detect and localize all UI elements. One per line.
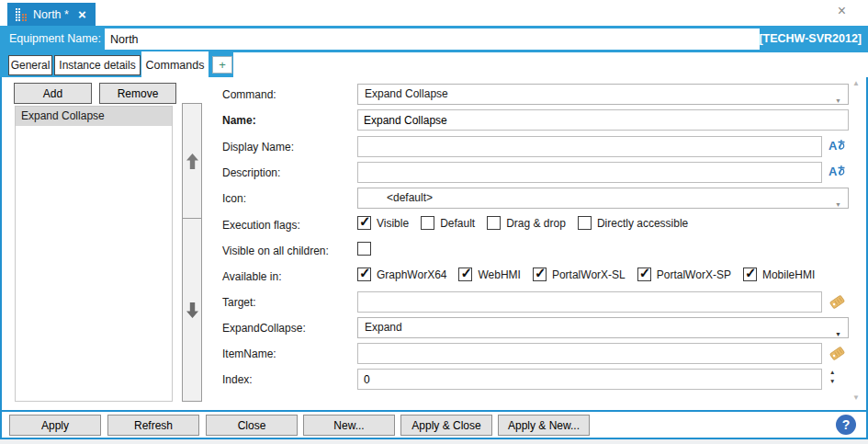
- chevron-down-icon: ▼: [835, 91, 841, 110]
- icon-label: Icon:: [222, 192, 246, 205]
- new-button[interactable]: New...: [303, 415, 395, 436]
- row-icon: Icon: <default> ▼: [222, 188, 849, 209]
- command-dropdown[interactable]: Expand Collapse ▼: [357, 84, 849, 105]
- expand-collapse-dropdown[interactable]: Expand ▼: [357, 317, 849, 338]
- remove-button[interactable]: Remove: [99, 83, 176, 104]
- tag-picker-icon[interactable]: [829, 346, 846, 364]
- checkbox-label: WebHMI: [478, 268, 520, 281]
- webhmi-checkbox[interactable]: [458, 268, 472, 281]
- execution-flags-label: Execution flags:: [222, 219, 300, 232]
- command-dropdown-value: Expand Collapse: [365, 87, 448, 100]
- document-tab-close-icon[interactable]: ×: [78, 8, 86, 21]
- icon-dropdown[interactable]: <default> ▼: [357, 188, 849, 209]
- checkbox-visible[interactable]: Visible: [357, 216, 409, 230]
- row-visible-on-all-children: Visible on all children:: [222, 240, 849, 261]
- portalworx-sl-checkbox[interactable]: [533, 268, 547, 281]
- commands-list[interactable]: Expand Collapse: [15, 106, 173, 402]
- checkbox-label: Default: [440, 217, 475, 230]
- item-name-input[interactable]: [357, 343, 822, 364]
- checkbox-visible-on-all-children[interactable]: [357, 242, 371, 256]
- row-index: Index: ▲ ▼: [222, 369, 849, 390]
- drag-drop-checkbox[interactable]: [487, 216, 501, 230]
- execution-flags-group: Visible Default Drag & drop Directly acc…: [357, 216, 688, 230]
- checkbox-directly-accessible[interactable]: Directly accessible: [578, 216, 688, 230]
- command-form: Command: Expand Collapse ▼ Name: Display…: [222, 84, 849, 396]
- checkbox-drag-drop[interactable]: Drag & drop: [487, 216, 566, 230]
- chevron-down-icon: ▼: [835, 324, 841, 344]
- mobilehmi-checkbox[interactable]: [743, 268, 757, 281]
- apply-new-button[interactable]: Apply & New...: [498, 415, 590, 436]
- close-button[interactable]: Close: [206, 415, 298, 436]
- target-input[interactable]: [357, 291, 822, 313]
- equipment-building-icon: [15, 8, 27, 21]
- command-label: Command:: [222, 88, 276, 101]
- default-checkbox[interactable]: [421, 216, 434, 230]
- target-label: Target:: [222, 296, 256, 309]
- index-label: Index:: [222, 373, 253, 386]
- tab-general[interactable]: General: [8, 55, 52, 75]
- description-label: Description:: [222, 166, 280, 179]
- index-spinner: ▲ ▼: [829, 370, 835, 384]
- available-in-group: GraphWorX64 WebHMI PortalWorX-SL PortalW…: [357, 268, 815, 281]
- title-strip: North * × ×: [0, 0, 868, 26]
- row-expand-collapse: ExpandCollapse: Expand ▼: [222, 317, 849, 338]
- item-name-label: ItemName:: [222, 347, 276, 360]
- checkbox-label: PortalWorX-SP: [657, 268, 731, 281]
- directly-accessible-checkbox[interactable]: [578, 216, 592, 230]
- document-tab-north[interactable]: North * ×: [7, 3, 96, 26]
- tab-add-new[interactable]: +: [212, 56, 232, 74]
- row-description: Description: A: [222, 162, 849, 183]
- window-bottom-edge: [0, 439, 868, 444]
- checkbox-mobilehmi[interactable]: MobileHMI: [743, 268, 815, 281]
- checkbox-label: GraphWorX64: [377, 268, 446, 281]
- commands-tab-content: Add Remove Expand Collapse Command: Expa…: [0, 77, 868, 410]
- spinner-up-icon[interactable]: ▲: [829, 370, 835, 375]
- row-available-in: Available in: GraphWorX64 WebHMI PortalW…: [222, 266, 849, 287]
- scroll-up-icon[interactable]: ▲: [852, 79, 860, 87]
- expand-collapse-label: ExpandCollapse:: [222, 322, 306, 335]
- add-button[interactable]: Add: [14, 83, 92, 104]
- checkbox-webhmi[interactable]: WebHMI: [458, 268, 520, 281]
- tab-instance-details[interactable]: Instance details: [54, 55, 141, 75]
- tab-commands[interactable]: Commands: [141, 51, 209, 78]
- display-name-label: Display Name:: [222, 141, 294, 154]
- row-name: Name:: [222, 109, 849, 131]
- footer-bar: Apply Refresh Close New... Apply & Close…: [0, 410, 868, 439]
- visible-on-all-children-checkbox[interactable]: [357, 242, 371, 256]
- equipment-name-input[interactable]: [105, 28, 760, 50]
- up-arrow-icon: [186, 154, 198, 169]
- tag-picker-icon[interactable]: [829, 294, 846, 313]
- checkbox-portalworx-sl[interactable]: PortalWorX-SL: [533, 268, 626, 281]
- localization-icon[interactable]: A: [829, 165, 846, 178]
- scroll-down-icon[interactable]: ▼: [852, 393, 860, 402]
- move-up-button[interactable]: [183, 104, 201, 219]
- list-item-expand-collapse[interactable]: Expand Collapse: [16, 107, 172, 126]
- description-input[interactable]: [357, 162, 822, 183]
- graphworx64-checkbox[interactable]: [357, 268, 371, 281]
- visible-checkbox[interactable]: [357, 216, 371, 230]
- checkbox-default[interactable]: Default: [421, 216, 475, 230]
- display-name-input[interactable]: [357, 136, 822, 157]
- form-scrollbar[interactable]: ▲ ▼: [851, 79, 862, 402]
- checkbox-label: Visible: [377, 217, 409, 230]
- visible-on-all-children-group: [357, 242, 371, 256]
- name-input[interactable]: [357, 109, 849, 131]
- index-input[interactable]: [357, 369, 822, 390]
- apply-close-button[interactable]: Apply & Close: [400, 415, 492, 436]
- checkbox-label: MobileHMI: [762, 268, 815, 281]
- checkbox-portalworx-sp[interactable]: PortalWorX-SP: [637, 268, 731, 281]
- localization-icon[interactable]: A: [829, 139, 846, 153]
- help-button[interactable]: ?: [836, 415, 856, 435]
- apply-button[interactable]: Apply: [9, 415, 101, 436]
- checkbox-graphworx64[interactable]: GraphWorX64: [357, 268, 446, 281]
- row-command: Command: Expand Collapse ▼: [222, 84, 849, 105]
- row-display-name: Display Name: A: [222, 136, 849, 157]
- portalworx-sp-checkbox[interactable]: [637, 268, 651, 281]
- name-label: Name:: [222, 114, 256, 127]
- refresh-button[interactable]: Refresh: [107, 415, 199, 436]
- visible-on-all-children-label: Visible on all children:: [222, 245, 329, 257]
- down-arrow-icon: [186, 302, 198, 318]
- move-down-button[interactable]: [183, 219, 201, 401]
- window-close-icon[interactable]: ×: [838, 4, 846, 18]
- spinner-down-icon[interactable]: ▼: [829, 379, 835, 384]
